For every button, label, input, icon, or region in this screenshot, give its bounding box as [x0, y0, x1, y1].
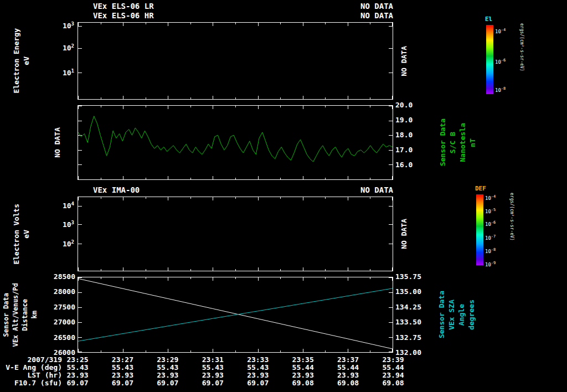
ima-ylabel-text: Electron Volts	[12, 204, 20, 265]
x-tick-mark	[258, 23, 259, 26]
y-tick-mark	[389, 206, 393, 207]
colorbar-def-strip	[476, 194, 483, 265]
x-tick-mark	[348, 267, 348, 271]
altitude-line	[78, 278, 393, 349]
ephem-right-label-3: Angle	[457, 304, 466, 326]
y-tick-mark	[78, 206, 82, 207]
els-right-nodata-block: NO DATA	[400, 22, 408, 100]
bfield-ytick-label: 17.0	[395, 146, 413, 154]
x-tick-mark	[392, 267, 393, 271]
x-tick-mark	[392, 197, 393, 200]
info-row-value: 69.07	[112, 379, 133, 387]
time-label: 23:35	[292, 356, 314, 364]
y-tick-mark	[389, 73, 393, 73]
y-tick-mark	[389, 224, 393, 225]
x-minor-tick-mark	[146, 269, 146, 271]
ephem-right-ytick-label: 135.00	[395, 287, 421, 296]
colorbar-tick-label: 10-6	[485, 220, 496, 227]
x-minor-tick-mark	[235, 23, 236, 24]
time-label: 23:31	[202, 356, 224, 364]
x-tick-mark	[303, 197, 303, 200]
colorbar-el-units: ergs/(cm²-s-sr-eV)	[519, 23, 524, 96]
colorbar-tick-label: 10-6	[495, 58, 506, 65]
plot-page: VEx ELS-06 LR VEx ELS-06 HR NO DATA NO D…	[0, 0, 567, 392]
info-row-value: 23.93	[337, 372, 359, 379]
ima-ytick-label: 102	[48, 239, 74, 248]
x-minor-tick-mark	[101, 23, 101, 24]
info-row-value: 69.07	[157, 379, 178, 387]
ima-right-nodata: NO DATA	[400, 219, 408, 249]
x-minor-tick-mark	[325, 269, 326, 271]
x-tick-mark	[213, 23, 213, 26]
ephem-left-ytick-label: 27500	[41, 303, 75, 311]
x-minor-tick-mark	[280, 97, 281, 99]
time-label: 23:29	[157, 356, 178, 364]
colorbar-tick-label: 10-8	[485, 247, 496, 254]
x-tick-mark	[348, 96, 348, 99]
ima-ytick-label: 104	[48, 201, 74, 210]
x-minor-tick-mark	[101, 97, 101, 99]
bfield-ytick-label: 19.0	[395, 116, 413, 124]
colorbar-def-ticks: 10-410-510-610-710-810-9	[485, 194, 502, 265]
date-label: 2007/319	[0, 356, 62, 364]
time-label: 23:39	[382, 356, 404, 364]
y-tick-mark	[78, 26, 82, 27]
ephem-left-ytick-label: 28500	[41, 272, 75, 281]
info-row-value: 23.94	[382, 372, 404, 379]
colorbar-el-ticks: 10-410-610-8	[495, 25, 512, 94]
ima-title: VEx IMA-00	[93, 186, 140, 194]
x-minor-tick-mark	[146, 197, 146, 199]
colorbar-def-label: DEF	[475, 185, 486, 192]
sza-line	[78, 288, 393, 341]
x-tick-mark	[123, 197, 123, 200]
x-minor-tick-mark	[325, 197, 326, 199]
info-row-label: V-E Ang (deg)	[0, 364, 62, 372]
colorbar-tick-label: 10-4	[495, 28, 506, 34]
info-row-value: 23.93	[112, 372, 133, 379]
time-label: 23:33	[247, 356, 269, 364]
bfield-panel	[78, 105, 393, 180]
ima-ylabel-units: eV	[22, 230, 30, 239]
x-minor-tick-mark	[146, 23, 146, 24]
y-tick-mark	[389, 26, 393, 27]
x-tick-mark	[303, 23, 303, 26]
x-minor-tick-mark	[146, 97, 146, 99]
colorbar-tick-label: 10-9	[485, 261, 496, 267]
info-row-value: 23.93	[157, 372, 178, 379]
x-tick-mark	[213, 197, 213, 200]
time-label: 23:27	[112, 356, 133, 364]
bfield-right-label-3: Nanotesla	[458, 123, 467, 162]
time-label: 23:37	[337, 356, 359, 364]
ephem-left-ytick-label: 28000	[41, 287, 75, 296]
x-minor-tick-mark	[101, 197, 101, 199]
x-minor-tick-mark	[190, 269, 191, 271]
bfield-right-label-block: Sensor Data S/C B Nanotesla nT	[439, 105, 477, 180]
els-right-nodata: NO DATA	[400, 46, 408, 76]
x-minor-tick-mark	[325, 23, 326, 24]
info-row-value: 23.93	[202, 372, 224, 379]
bfield-right-label-2: S/C B	[449, 132, 457, 153]
x-tick-mark	[258, 267, 259, 271]
ephem-right-ytick-label: 135.75	[395, 272, 421, 281]
y-tick-mark	[389, 244, 393, 244]
x-tick-mark	[123, 23, 123, 26]
x-minor-tick-mark	[280, 197, 281, 199]
info-row-value: 69.07	[66, 379, 88, 387]
y-tick-mark	[78, 73, 82, 73]
x-tick-mark	[213, 96, 213, 99]
x-minor-tick-mark	[190, 197, 191, 199]
x-tick-mark	[168, 23, 168, 26]
info-row-value: 69.08	[292, 379, 314, 387]
x-minor-tick-mark	[101, 269, 101, 271]
bfield-svg	[78, 106, 393, 179]
ephem-right-label-4: degrees	[467, 300, 476, 330]
x-minor-tick-mark	[370, 269, 370, 271]
info-row-value: 69.07	[202, 379, 224, 387]
ephem-left-label-2: VEx Alt/Venus/Pd	[12, 283, 19, 347]
els-hr-nodata: NO DATA	[360, 12, 393, 20]
info-row-value: 69.07	[247, 379, 269, 387]
ephem-right-ytick-label: 134.25	[395, 303, 421, 311]
info-row-value: 23.93	[292, 372, 314, 379]
els-ytick-label: 103	[48, 21, 74, 30]
colorbar-el-label: El	[485, 16, 492, 23]
